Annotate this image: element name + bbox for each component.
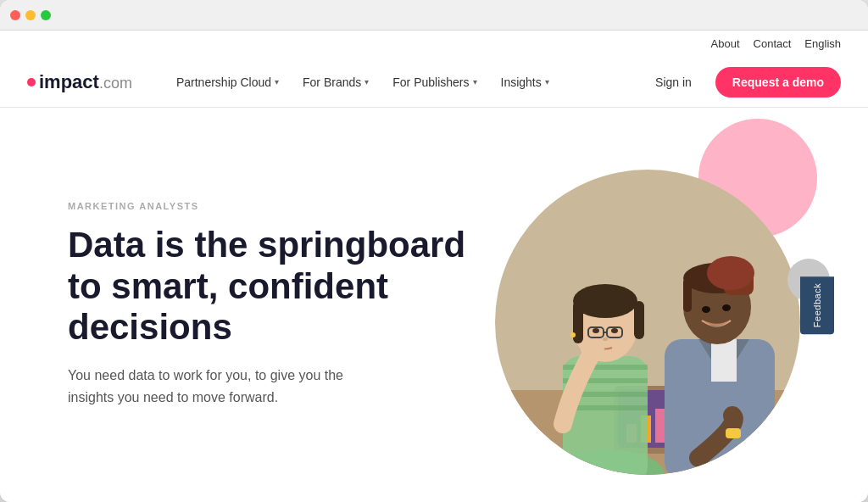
sign-in-button[interactable]: Sign in bbox=[645, 69, 702, 96]
nav-actions: Sign in Request a demo bbox=[645, 67, 841, 98]
nav-item-partnership-cloud[interactable]: Partnership Cloud ▾ bbox=[166, 69, 289, 96]
svg-point-24 bbox=[593, 328, 599, 333]
hero-content: MARKETING ANALYSTS Data is the springboa… bbox=[68, 201, 492, 408]
nav-item-for-publishers[interactable]: For Publishers ▾ bbox=[382, 69, 487, 96]
nav-item-label: Partnership Cloud bbox=[176, 75, 271, 89]
traffic-lights bbox=[10, 10, 51, 20]
browser-window: About Contact English impact.com Partner… bbox=[0, 0, 868, 502]
svg-point-37 bbox=[707, 256, 754, 290]
hero-subtitle: You need data to work for you, to give y… bbox=[68, 365, 390, 408]
chevron-down-icon: ▾ bbox=[364, 77, 369, 86]
utility-bar: About Contact English bbox=[0, 31, 868, 57]
about-link[interactable]: About bbox=[711, 37, 740, 50]
minimize-button[interactable] bbox=[25, 10, 36, 20]
svg-point-38 bbox=[702, 306, 710, 313]
nav-item-label: For Publishers bbox=[392, 75, 469, 89]
contact-link[interactable]: Contact bbox=[754, 37, 792, 50]
svg-rect-18 bbox=[573, 301, 583, 343]
feedback-tab[interactable]: Feedback bbox=[800, 276, 834, 333]
svg-rect-35 bbox=[683, 278, 692, 312]
hero-eyebrow: MARKETING ANALYSTS bbox=[68, 201, 492, 211]
nav-item-label: Insights bbox=[501, 75, 542, 89]
feedback-tab-wrapper: Feedback bbox=[800, 276, 834, 333]
page: About Contact English impact.com Partner… bbox=[0, 31, 868, 502]
nav-item-for-brands[interactable]: For Brands ▾ bbox=[292, 69, 379, 96]
hero-photo-circle bbox=[495, 170, 800, 475]
svg-rect-6 bbox=[655, 409, 665, 443]
chevron-down-icon: ▾ bbox=[275, 77, 279, 86]
hero-section: MARKETING ANALYSTS Data is the springboa… bbox=[0, 108, 868, 502]
title-bar bbox=[0, 0, 868, 31]
svg-rect-31 bbox=[711, 339, 737, 382]
nav-item-label: For Brands bbox=[303, 75, 361, 89]
svg-point-39 bbox=[722, 304, 731, 311]
hero-image-area: Feedback bbox=[478, 127, 834, 483]
nav-item-insights[interactable]: Insights ▾ bbox=[491, 69, 559, 96]
chevron-down-icon: ▾ bbox=[473, 77, 477, 86]
chevron-down-icon: ▾ bbox=[545, 77, 549, 86]
logo[interactable]: impact.com bbox=[27, 71, 132, 93]
logo-text: impact.com bbox=[39, 71, 132, 93]
svg-point-25 bbox=[611, 328, 618, 333]
svg-rect-40 bbox=[726, 428, 741, 438]
svg-point-27 bbox=[581, 341, 604, 358]
request-demo-button[interactable]: Request a demo bbox=[715, 67, 841, 98]
nav-links: Partnership Cloud ▾ For Brands ▾ For Pub… bbox=[166, 69, 645, 96]
close-button[interactable] bbox=[10, 10, 20, 20]
hero-title: Data is the springboard to smart, confid… bbox=[68, 225, 492, 348]
svg-point-23 bbox=[570, 332, 576, 337]
maximize-button[interactable] bbox=[41, 10, 51, 20]
svg-rect-19 bbox=[634, 301, 644, 339]
language-selector[interactable]: English bbox=[804, 37, 841, 50]
logo-dot bbox=[27, 78, 36, 86]
navbar: impact.com Partnership Cloud ▾ For Brand… bbox=[0, 57, 868, 108]
svg-point-26 bbox=[603, 337, 608, 341]
